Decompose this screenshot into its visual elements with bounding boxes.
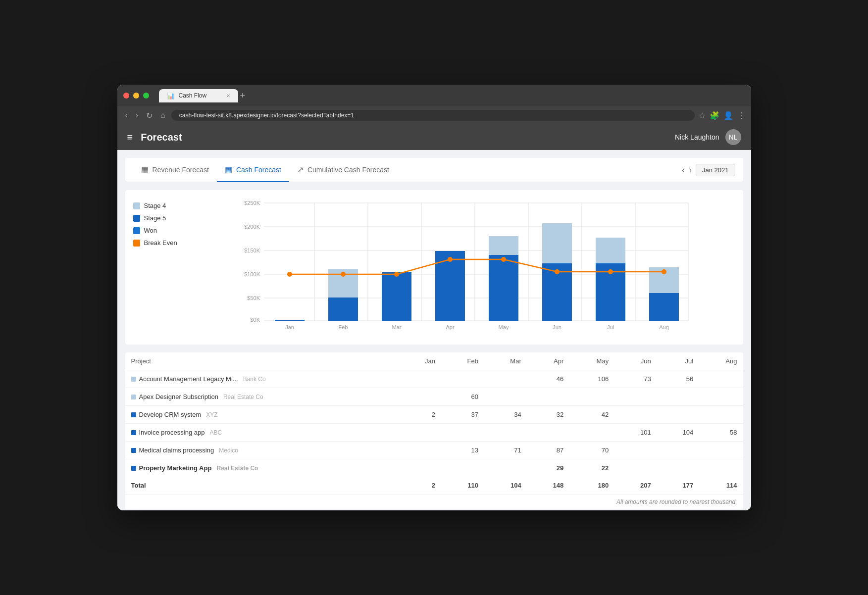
extensions-icon[interactable]: 🧩 [710,111,719,120]
cell-mar-2: 34 [484,406,527,424]
project-name: Apex Designer Subscription [139,393,218,400]
cell-jun-4 [614,442,657,459]
col-may: May [569,352,614,370]
maximize-button[interactable] [143,93,149,99]
project-color-dot [131,466,136,471]
cell-aug-2 [699,406,743,424]
chart-svg: $250K $200K $150K $100K $50K $0K [201,198,735,337]
home-button[interactable]: ⌂ [158,110,167,121]
cell-jun-3: 101 [614,424,657,442]
cell-jan-3 [400,424,441,442]
svg-text:$250K: $250K [244,200,260,206]
project-color-dot [131,412,136,417]
totals-row: Total 2 110 104 148 180 207 177 114 [125,477,743,494]
reload-button[interactable]: ↻ [144,110,154,121]
table-row: Invoice processing app ABC 10110458 [125,424,743,442]
legend-item-won: Won [133,227,193,234]
col-apr: Apr [527,352,570,370]
minimize-button[interactable] [133,93,139,99]
forward-button[interactable]: › [134,110,140,121]
project-color-dot [131,430,136,435]
addressbar: ‹ › ↻ ⌂ ☆ 🧩 👤 ⋮ [117,106,751,124]
tab-cumulative-forecast[interactable]: ↗ Cumulative Cash Forecast [289,158,397,182]
cell-feb-3 [441,424,484,442]
legend-color-breakeven [133,240,140,247]
svg-text:Feb: Feb [338,324,348,330]
next-period-button[interactable]: › [689,165,692,175]
cell-jan-0 [400,370,441,388]
cell-apr-1 [527,388,570,406]
main-content: ▦ Revenue Forecast ▦ Cash Forecast ↗ Cum… [117,150,751,510]
cell-jul-2 [657,406,700,424]
toolbar-icons: ☆ 🧩 👤 ⋮ [699,111,745,120]
project-name: Property Marketing App [139,464,212,472]
cell-may-2: 42 [569,406,614,424]
svg-text:May: May [498,324,509,330]
project-name: Develop CRM system [139,411,202,418]
client-name: Bank Co [243,376,266,383]
cell-mar-1 [484,388,527,406]
cell-jul-4 [657,442,700,459]
project-color-dot [131,395,136,399]
hamburger-menu-icon[interactable]: ≡ [127,132,133,143]
table-footnote: All amounts are rounded to nearest thous… [125,494,743,509]
bar-jan-stage5 [275,320,305,321]
table-header-row: Project Jan Feb Mar Apr May Jun Jul Aug [125,352,743,370]
close-button[interactable] [123,93,129,99]
cell-feb-0 [441,370,484,388]
project-cell: Property Marketing App Real Estate Co [125,459,400,477]
tab-revenue-forecast[interactable]: ▦ Revenue Forecast [133,158,217,182]
total-mar: 104 [484,477,527,494]
svg-text:$150K: $150K [244,248,260,253]
tab-app-icon: 📊 [167,92,175,99]
breakeven-dot-mar [394,272,399,277]
cell-jan-4 [400,442,441,459]
cell-aug-0 [699,370,743,388]
browser-tab-title: Cash Flow [179,92,207,99]
col-aug: Aug [699,352,743,370]
bookmark-icon[interactable]: ☆ [699,111,706,120]
current-period-label: Jan 2021 [696,164,735,176]
col-jul: Jul [657,352,700,370]
browser-window: 📊 Cash Flow ✕ + ‹ › ↻ ⌂ ☆ 🧩 👤 ⋮ ≡ Foreca… [117,85,751,510]
table-row: Apex Designer Subscription Real Estate C… [125,388,743,406]
cell-jun-0: 73 [614,370,657,388]
cell-may-0: 106 [569,370,614,388]
menu-icon[interactable]: ⋮ [737,111,745,120]
total-jan: 2 [400,477,441,494]
browser-tab-active[interactable]: 📊 Cash Flow ✕ [159,89,238,102]
table-section: Project Jan Feb Mar Apr May Jun Jul Aug [125,352,743,509]
tab-cash-forecast[interactable]: ▦ Cash Forecast [217,158,289,182]
bar-may-stage4 [489,236,518,255]
cell-jan-5 [400,459,441,477]
data-table: Project Jan Feb Mar Apr May Jun Jul Aug [125,352,743,494]
user-name: Nick Laughton [675,133,719,141]
cell-feb-4: 13 [441,442,484,459]
bar-jun-stage4 [542,223,572,263]
breakeven-dot-aug [662,269,666,274]
bar-aug-stage5 [649,293,679,321]
legend-label-stage5: Stage 5 [144,214,166,222]
cell-mar-3 [484,424,527,442]
client-name: ABC [209,429,222,436]
browser-tab-bar: 📊 Cash Flow ✕ + [159,89,745,102]
project-cell: Apex Designer Subscription Real Estate C… [125,388,400,406]
back-button[interactable]: ‹ [123,110,130,121]
project-cell: Develop CRM system XYZ [125,406,400,424]
tab-close-icon[interactable]: ✕ [226,93,230,99]
address-bar-input[interactable] [171,110,695,121]
new-tab-button[interactable]: + [240,91,246,101]
cell-aug-4 [699,442,743,459]
project-cell: Medical claims processing Medico [125,442,400,459]
revenue-forecast-icon: ▦ [141,165,149,174]
cell-jul-0: 56 [657,370,700,388]
project-cell: Account Management Legacy Mi... Bank Co [125,370,400,388]
client-name: Medico [219,447,238,454]
legend-color-stage4 [133,202,140,209]
cash-forecast-icon: ▦ [225,165,232,174]
cell-apr-5: 29 [527,459,570,477]
prev-period-button[interactable]: ‹ [682,165,685,175]
cell-jan-2: 2 [400,406,441,424]
account-icon[interactable]: 👤 [723,111,733,120]
client-name: Real Estate Co [223,394,263,400]
